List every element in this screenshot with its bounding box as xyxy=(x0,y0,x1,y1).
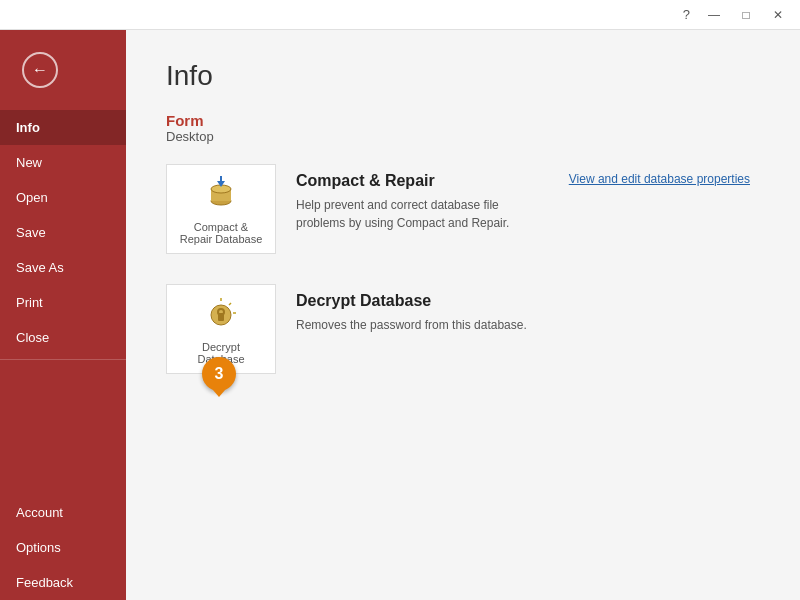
sidebar-item-feedback[interactable]: Feedback xyxy=(0,565,126,600)
sidebar-item-info[interactable]: Info xyxy=(0,110,126,145)
minimize-button[interactable]: — xyxy=(700,4,728,26)
form-name: Form xyxy=(166,112,760,129)
window-controls: — □ ✕ xyxy=(700,4,792,26)
help-icon[interactable]: ? xyxy=(683,7,690,22)
view-properties-link[interactable]: View and edit database properties xyxy=(569,172,750,186)
sidebar-item-account[interactable]: Account xyxy=(0,495,126,530)
back-icon: ← xyxy=(22,52,58,88)
compact-repair-button[interactable]: Compact &Repair Database xyxy=(166,164,276,254)
sidebar-item-new[interactable]: New xyxy=(0,145,126,180)
page-title: Info xyxy=(166,60,760,92)
decrypt-database-button[interactable]: DecryptDatabase 3 xyxy=(166,284,276,374)
sidebar-item-options[interactable]: Options xyxy=(0,530,126,565)
back-button[interactable]: ← xyxy=(10,40,70,100)
compact-repair-icon xyxy=(201,173,241,215)
compact-repair-label: Compact &Repair Database xyxy=(180,221,263,245)
sidebar-item-save[interactable]: Save xyxy=(0,215,126,250)
form-location: Desktop xyxy=(166,129,760,144)
decrypt-database-text: Decrypt Database Removes the password fr… xyxy=(296,284,760,334)
close-button[interactable]: ✕ xyxy=(764,4,792,26)
maximize-button[interactable]: □ xyxy=(732,4,760,26)
sidebar-item-print[interactable]: Print xyxy=(0,285,126,320)
decrypt-icon xyxy=(201,293,241,335)
compact-repair-card: Compact &Repair Database Compact & Repai… xyxy=(166,164,760,254)
decrypt-database-title: Decrypt Database xyxy=(296,292,760,310)
sidebar-item-open[interactable]: Open xyxy=(0,180,126,215)
main-content: Info Form Desktop Compact &Repair Da xyxy=(126,30,800,600)
sidebar-item-save-as[interactable]: Save As xyxy=(0,250,126,285)
sidebar-bottom: Account Options Feedback xyxy=(0,495,126,600)
sidebar-item-close[interactable]: Close xyxy=(0,320,126,355)
sidebar: ← Info New Open Save Save As Print Close… xyxy=(0,30,126,600)
step-badge: 3 xyxy=(202,357,236,391)
decrypt-database-card: DecryptDatabase 3 Decrypt Database Remov… xyxy=(166,284,760,374)
compact-repair-desc: Help prevent and correct database file p… xyxy=(296,196,536,232)
decrypt-database-desc: Removes the password from this database. xyxy=(296,316,536,334)
svg-line-7 xyxy=(229,303,231,305)
title-bar: ? — □ ✕ xyxy=(0,0,800,30)
app-container: ← Info New Open Save Save As Print Close… xyxy=(0,30,800,600)
